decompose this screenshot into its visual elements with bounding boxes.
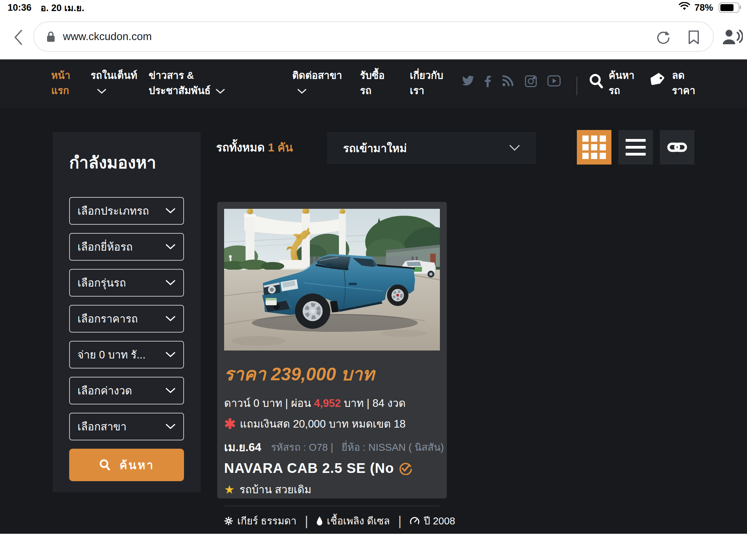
screen: 10:36 อ. 20 เม.ย. 78% www.ckcudon.com: [0, 0, 747, 560]
rear-wheel: [387, 284, 408, 306]
instagram-icon[interactable]: [525, 75, 537, 88]
chevron-down-icon: [509, 144, 520, 151]
twitter-icon[interactable]: [462, 75, 475, 88]
filter-brand[interactable]: เลือกยี่ห้อรถ: [69, 233, 184, 261]
view-link-button[interactable]: [660, 130, 694, 165]
rss-icon[interactable]: [502, 75, 514, 88]
star-icon: ★: [224, 483, 234, 496]
filter-price[interactable]: เลือกราคารถ: [69, 305, 184, 333]
reader-voice-icon[interactable]: [721, 28, 743, 48]
view-list-button[interactable]: [618, 130, 653, 165]
browser-bottom-bar: [0, 534, 747, 560]
chevron-down-icon: [165, 423, 176, 430]
car-photo[interactable]: [224, 209, 440, 351]
asterisk-icon: ✱: [224, 419, 236, 429]
back-icon[interactable]: [12, 28, 24, 48]
promo-expiry-date: เม.ย.64: [224, 438, 261, 456]
gear-spec: เกียร์ ธรรมดา: [224, 513, 296, 529]
link-icon: [667, 140, 687, 154]
chevron-down-icon: [165, 352, 176, 358]
address-bar[interactable]: www.ckcudon.com: [33, 21, 714, 52]
speedometer-icon: [410, 516, 419, 525]
installment-amount: 4,952: [314, 397, 341, 409]
nav-about-us[interactable]: เกี่ยวกับ เรา: [410, 68, 443, 98]
fuel-drop-icon: [316, 516, 323, 526]
promo-line: ✱ แถมเงินสด 20,000 บาท หมดเขต 18: [224, 415, 440, 432]
chevron-down-icon: [91, 83, 137, 98]
chevron-down-icon: [165, 208, 176, 214]
nav-buy-car[interactable]: รับซื้อ รถ: [360, 68, 385, 98]
price-amount: 239,000: [271, 364, 336, 384]
nav-sale[interactable]: ลด ราคา: [672, 68, 695, 98]
url-text[interactable]: www.ckcudon.com: [63, 30, 152, 43]
sidebar-title: กำลังมองหา: [69, 149, 184, 176]
grid-icon: [582, 136, 606, 159]
gear-icon: [224, 516, 233, 525]
car-brand: ยี่ห้อ : NISSAN ( นิสสัน): [342, 439, 444, 455]
view-grid-button[interactable]: [577, 130, 611, 165]
filter-model[interactable]: เลือกรุ่นรถ: [69, 269, 184, 297]
car-card[interactable]: ราคา 239,000 บาท ดาวน์ 0 บาท | ผ่อน 4,95…: [217, 202, 447, 498]
status-date: อ. 20 เม.ย.: [40, 0, 84, 15]
front-wheel: [295, 293, 330, 329]
filter-down-payment[interactable]: จ่าย 0 บาท รั...: [69, 341, 184, 368]
status-bar: 10:36 อ. 20 เม.ย. 78%: [0, 0, 747, 15]
site-nav: หน้า แรก รถในเต็นท์ ข่าวสาร & ประชาสัมพั…: [0, 59, 747, 108]
chevron-down-icon: [215, 83, 225, 98]
nav-search-car[interactable]: ค้นหา รถ: [609, 68, 635, 98]
search-icon: [99, 459, 111, 471]
search-icon[interactable]: [589, 73, 604, 91]
year-spec: ปี 2008: [410, 513, 455, 529]
filter-car-type[interactable]: เลือกประเภทรถ: [69, 197, 184, 225]
chevron-down-icon: [165, 244, 176, 250]
nav-divider: [577, 77, 577, 95]
browser-toolbar: www.ckcudon.com: [0, 15, 747, 59]
chevron-down-icon: [292, 83, 342, 98]
fuel-spec: เชื้อเพลิง ดีเซล: [316, 513, 390, 529]
chevron-down-icon: [165, 316, 176, 322]
filter-installment[interactable]: เลือกค่างวด: [69, 377, 184, 404]
sort-dropdown[interactable]: รถเข้ามาใหม่: [327, 132, 536, 164]
search-sidebar: กำลังมองหา เลือกประเภทรถ เลือกยี่ห้อรถ เ…: [53, 132, 201, 492]
nav-home[interactable]: หน้า แรก: [51, 68, 70, 98]
filter-branch[interactable]: เลือกสาขา: [69, 413, 184, 440]
car-title[interactable]: NAVARA CAB 2.5 SE (No: [224, 460, 440, 476]
verified-check-icon: [399, 462, 412, 475]
nav-news[interactable]: ข่าวสาร & ประชาสัมพันธ์: [149, 68, 225, 98]
meta-line: เม.ย.64 รหัสรถ : O78 | ยี่ห้อ : NISSAN (…: [224, 438, 440, 456]
chevron-down-icon: [165, 280, 176, 286]
battery-percent: 78%: [694, 2, 713, 13]
youtube-icon[interactable]: [547, 75, 561, 88]
total-count: 1 คัน: [268, 141, 293, 154]
reload-icon[interactable]: [656, 30, 671, 46]
list-icon: [626, 139, 646, 156]
battery-icon: [719, 2, 739, 13]
nav-contact-branch[interactable]: ติดต่อสาขา: [292, 68, 342, 98]
price-line: ราคา 239,000 บาท: [224, 360, 440, 388]
car-subtitle-line: ★ รถบ้าน สวยเดิม: [224, 481, 440, 498]
car-code: รหัสรถ : O78 |: [271, 439, 333, 455]
chevron-down-icon: [165, 388, 176, 394]
total-cars: รถทั้งหมด 1 คัน: [216, 138, 293, 157]
facebook-icon[interactable]: [484, 75, 491, 88]
bookmark-icon[interactable]: [688, 30, 700, 46]
price-tag-icon[interactable]: [649, 72, 667, 91]
car-specs: เกียร์ ธรรมดา | เชื้อเพลิง ดีเซล | ปี 20…: [224, 506, 440, 529]
status-time: 10:36: [8, 2, 31, 13]
sidebar-search-button[interactable]: ค้นหา: [69, 449, 184, 481]
wifi-icon: [679, 2, 690, 13]
finance-line: ดาวน์ 0 บาท | ผ่อน 4,952 บาท | 84 งวด: [224, 394, 440, 412]
lock-icon: [46, 31, 55, 43]
nav-cars-in-stock[interactable]: รถในเต็นท์: [91, 68, 137, 98]
